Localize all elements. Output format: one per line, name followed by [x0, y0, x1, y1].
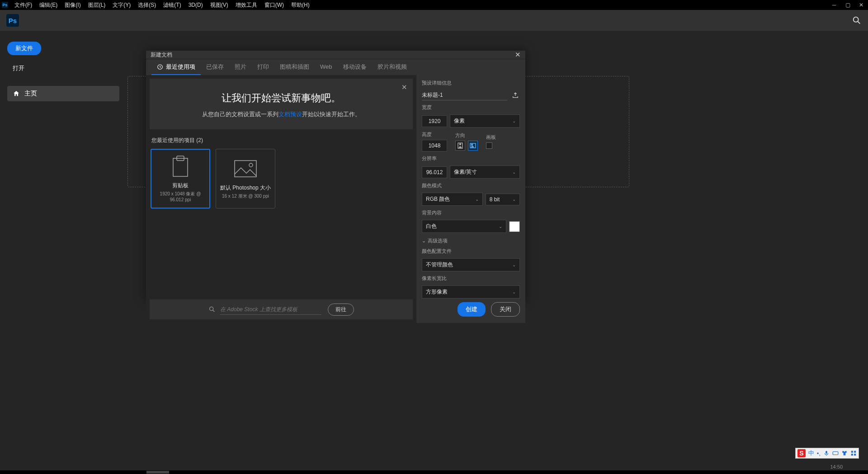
nav-home[interactable]: 主页 — [7, 86, 119, 101]
export-preset-icon[interactable] — [511, 91, 520, 100]
svg-rect-19 — [854, 451, 856, 453]
stock-search-bar: 前往 — [150, 299, 413, 319]
home-icon — [13, 90, 20, 97]
document-presets-link[interactable]: 文档预设 — [278, 111, 302, 118]
close-button[interactable]: 关闭 — [491, 302, 520, 317]
stock-go-button[interactable]: 前往 — [328, 303, 354, 316]
minimize-button[interactable]: ─ — [827, 0, 841, 10]
svg-point-0 — [854, 17, 859, 22]
menu-item[interactable]: 图层(L) — [85, 1, 109, 9]
orientation-landscape-button[interactable] — [468, 141, 478, 151]
menu-item[interactable]: 文件(F) — [11, 1, 36, 9]
search-icon — [208, 306, 216, 313]
color-mode-label: 颜色模式 — [422, 182, 520, 189]
height-label: 高度 — [422, 131, 447, 138]
menu-item[interactable]: 帮助(H) — [288, 1, 313, 9]
ime-tools-icon[interactable] — [850, 450, 857, 456]
ps-icon-small: Ps — [2, 2, 8, 8]
svg-rect-14 — [833, 452, 838, 455]
dialog-tab[interactable]: 打印 — [252, 59, 274, 75]
preset-card[interactable]: 剪贴板1920 x 1048 像素 @ 96.012 ppi — [151, 149, 210, 209]
dialog-tab[interactable]: 照片 — [229, 59, 252, 75]
menu-item[interactable]: 图像(I) — [61, 1, 84, 9]
svg-line-1 — [858, 22, 860, 24]
image-icon — [234, 158, 257, 180]
svg-point-7 — [210, 307, 213, 311]
create-button[interactable]: 创建 — [458, 302, 486, 317]
svg-rect-3 — [173, 158, 188, 176]
menu-item[interactable]: 选择(S) — [134, 1, 160, 9]
ime-toolbar[interactable]: S 中 •, — [795, 448, 859, 459]
presets-list: 剪贴板1920 x 1048 像素 @ 96.012 ppi默认 Photosh… — [146, 149, 416, 209]
color-profile-label: 颜色配置文件 — [422, 248, 520, 255]
artboard-label: 画板 — [486, 134, 496, 141]
preset-dimensions: 16 x 12 厘米 @ 300 ppi — [220, 193, 271, 199]
banner-subtitle: 从您自己的文档设置或一系列文档预设开始以快速开始工作。 — [159, 110, 404, 118]
menu-item[interactable]: 窗口(W) — [261, 1, 288, 9]
width-input[interactable] — [422, 115, 447, 127]
preset-details-heading: 预设详细信息 — [422, 80, 520, 86]
svg-point-12 — [472, 144, 473, 146]
resolution-input[interactable] — [422, 166, 447, 178]
orientation-portrait-button[interactable] — [455, 141, 465, 151]
dialog-tab[interactable]: 移动设备 — [338, 59, 372, 75]
background-color-swatch[interactable] — [509, 221, 520, 232]
maximize-button[interactable]: ▢ — [841, 0, 854, 10]
menu-item[interactable]: 文字(Y) — [109, 1, 134, 9]
clock-icon — [157, 64, 163, 70]
width-label: 宽度 — [422, 104, 520, 111]
search-icon[interactable] — [852, 15, 862, 25]
new-file-button[interactable]: 新文件 — [7, 42, 41, 55]
app-header: Ps — [0, 10, 868, 31]
recent-label: 您最近使用的项目 (2) — [146, 133, 416, 149]
bit-depth-select[interactable]: 8 bit⌄ — [486, 194, 520, 205]
dialog-tab[interactable]: Web — [315, 59, 338, 75]
banner-title: 让我们开始尝试新事物吧。 — [159, 91, 404, 105]
background-select[interactable]: 白色⌄ — [422, 220, 506, 233]
svg-point-10 — [460, 144, 461, 145]
dialog-tab[interactable]: 图稿和插图 — [274, 59, 315, 75]
sogou-logo-icon[interactable]: S — [797, 449, 806, 457]
bottom-strip — [0, 470, 868, 474]
background-label: 背景内容 — [422, 209, 520, 216]
svg-point-6 — [249, 163, 253, 167]
ps-logo: Ps — [6, 14, 19, 27]
ime-lang[interactable]: 中 — [808, 449, 814, 457]
menu-item[interactable]: 增效工具 — [232, 1, 261, 9]
color-profile-select[interactable]: 不管理颜色⌄ — [422, 258, 520, 271]
close-window-button[interactable]: ✕ — [854, 0, 868, 10]
height-input[interactable] — [422, 140, 447, 152]
artboard-checkbox[interactable] — [486, 142, 492, 149]
resolution-unit-select[interactable]: 像素/英寸⌄ — [450, 166, 520, 179]
stock-search-input[interactable] — [220, 304, 321, 315]
dialog-tab[interactable]: 最近使用项 — [151, 59, 201, 75]
ime-mic-icon[interactable] — [823, 450, 830, 456]
banner: ✕ 让我们开始尝试新事物吧。 从您自己的文档设置或一系列文档预设开始以快速开始工… — [150, 79, 413, 129]
menu-item[interactable]: 编辑(E) — [36, 1, 61, 9]
menu-item[interactable]: 滤镜(T) — [160, 1, 184, 9]
banner-close-button[interactable]: ✕ — [401, 83, 407, 91]
dialog-tabs: 最近使用项已保存照片打印图稿和插图Web移动设备胶片和视频 — [146, 59, 525, 75]
open-button[interactable]: 打开 — [7, 62, 119, 75]
dialog-right-panel: 预设详细信息 宽度 像素⌄ 高度 方向 — [416, 75, 525, 323]
document-name-input[interactable] — [422, 90, 507, 100]
ime-skin-icon[interactable] — [841, 450, 848, 456]
svg-rect-21 — [854, 454, 856, 455]
dialog-tab[interactable]: 胶片和视频 — [372, 59, 412, 75]
preset-card[interactable]: 默认 Photoshop 大小16 x 12 厘米 @ 300 ppi — [216, 149, 275, 209]
ime-punct-icon[interactable]: •, — [817, 450, 821, 457]
ime-keyboard-icon[interactable] — [832, 450, 839, 456]
menu-item[interactable]: 视图(V) — [207, 1, 232, 9]
dialog-tab[interactable]: 已保存 — [201, 59, 229, 75]
advanced-options-toggle[interactable]: ⌄高级选项 — [422, 237, 520, 244]
color-mode-select[interactable]: RGB 颜色⌄ — [422, 193, 483, 206]
pixel-aspect-label: 像素长宽比 — [422, 275, 520, 282]
preset-name: 默认 Photoshop 大小 — [220, 184, 271, 192]
svg-rect-13 — [826, 451, 827, 454]
dialog-close-button[interactable]: ✕ — [515, 51, 521, 59]
menu-item[interactable]: 3D(D) — [185, 2, 207, 8]
pixel-aspect-select[interactable]: 方形像素⌄ — [422, 285, 520, 299]
unit-select[interactable]: 像素⌄ — [450, 114, 520, 128]
new-document-dialog: 新建文档 ✕ 最近使用项已保存照片打印图稿和插图Web移动设备胶片和视频 ✕ 让… — [146, 51, 525, 301]
dialog-left-panel: ✕ 让我们开始尝试新事物吧。 从您自己的文档设置或一系列文档预设开始以快速开始工… — [146, 75, 416, 323]
